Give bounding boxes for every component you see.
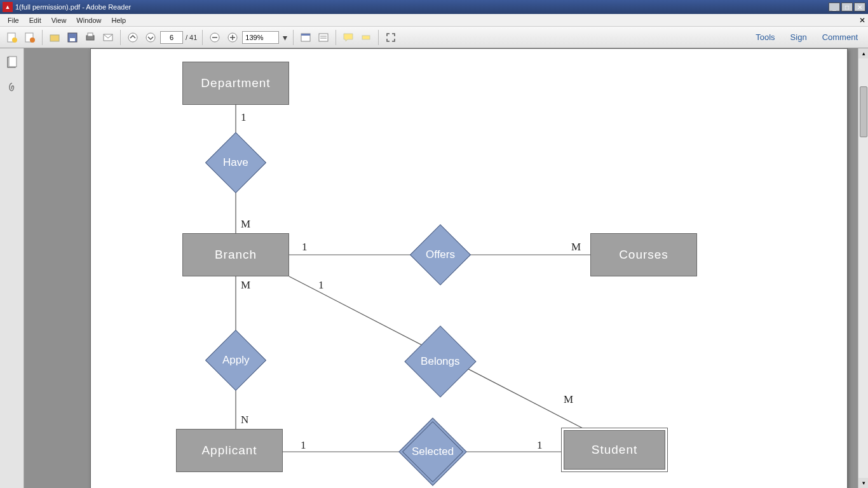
- zoom-dropdown-icon[interactable]: ▾: [280, 29, 289, 46]
- cardinality: 1: [302, 241, 308, 254]
- svg-point-1: [12, 37, 17, 43]
- separator: [378, 30, 379, 45]
- svg-rect-18: [301, 34, 310, 36]
- export-pdf-icon[interactable]: [4, 29, 20, 46]
- entity-student: Student: [561, 428, 668, 472]
- menu-view[interactable]: View: [46, 15, 72, 25]
- entity-courses: Courses: [590, 233, 697, 276]
- separator: [202, 30, 203, 45]
- content-area: Department Branch Courses Applicant Stud…: [0, 48, 868, 488]
- cardinality: 1: [241, 111, 247, 124]
- zoom-input[interactable]: [242, 31, 279, 44]
- fullscreen-icon[interactable]: [383, 29, 399, 46]
- page-total-label: / 41: [184, 34, 198, 41]
- title-bar: ▲ 1(full permission).pdf - Adobe Reader …: [0, 0, 868, 14]
- scroll-down-icon[interactable]: ▾: [858, 478, 868, 488]
- svg-rect-25: [9, 57, 17, 67]
- relation-offers: Offers: [410, 224, 471, 285]
- cardinality: M: [241, 218, 250, 231]
- cardinality: M: [571, 241, 581, 254]
- relation-have: Have: [205, 132, 266, 193]
- er-diagram: Department Branch Courses Applicant Stud…: [91, 49, 847, 488]
- zoom-out-icon[interactable]: [207, 29, 223, 46]
- cardinality: M: [564, 393, 573, 406]
- relation-belongs: Belongs: [404, 325, 476, 397]
- attachments-icon[interactable]: [3, 79, 21, 97]
- separator: [293, 30, 294, 45]
- entity-department: Department: [182, 62, 289, 105]
- open-icon[interactable]: [46, 29, 63, 46]
- svg-rect-8: [88, 33, 93, 36]
- svg-rect-4: [50, 35, 59, 41]
- tool-1-icon[interactable]: [297, 29, 314, 46]
- relation-apply: Apply: [205, 330, 266, 391]
- page-number-input[interactable]: [160, 31, 183, 44]
- toolbar: / 41 ▾ Tools Sign Comment: [0, 27, 868, 48]
- print-icon[interactable]: [82, 29, 98, 46]
- separator: [42, 30, 43, 45]
- nav-sidebar: [0, 48, 24, 488]
- app-icon: ▲: [3, 2, 13, 12]
- svg-rect-6: [70, 38, 75, 41]
- entity-applicant: Applicant: [176, 429, 283, 472]
- cardinality: N: [241, 414, 248, 426]
- svg-point-3: [30, 37, 35, 43]
- maximize-button[interactable]: □: [841, 3, 853, 11]
- thumbnails-icon[interactable]: [3, 53, 21, 71]
- scroll-thumb[interactable]: [860, 86, 867, 137]
- minimize-button[interactable]: _: [829, 3, 840, 11]
- doc-close-button[interactable]: ✕: [859, 16, 865, 25]
- highlight-icon[interactable]: [358, 29, 374, 46]
- zoom-in-icon[interactable]: [224, 29, 241, 46]
- comment-link[interactable]: Comment: [816, 30, 864, 44]
- separator: [120, 30, 121, 45]
- document-viewer[interactable]: Department Branch Courses Applicant Stud…: [24, 48, 868, 488]
- page-up-icon[interactable]: [125, 29, 141, 46]
- window-controls: _ □ ✕: [829, 3, 865, 11]
- svg-rect-19: [319, 34, 328, 41]
- svg-point-10: [128, 33, 137, 42]
- menu-help[interactable]: Help: [106, 15, 131, 25]
- cardinality: 1: [301, 439, 306, 452]
- relation-selected: Selected: [398, 417, 466, 485]
- tool-2-icon[interactable]: [315, 29, 332, 46]
- vertical-scrollbar[interactable]: ▴ ▾: [858, 48, 868, 488]
- menu-edit[interactable]: Edit: [24, 15, 46, 25]
- cardinality: 1: [318, 279, 324, 292]
- entity-branch: Branch: [182, 233, 289, 276]
- toolbar-right: Tools Sign Comment: [749, 30, 864, 44]
- close-button[interactable]: ✕: [854, 3, 865, 11]
- svg-point-11: [146, 33, 155, 42]
- menu-window[interactable]: Window: [71, 15, 106, 25]
- save-icon[interactable]: [64, 29, 81, 46]
- tools-link[interactable]: Tools: [749, 30, 781, 44]
- create-pdf-icon[interactable]: [22, 29, 38, 46]
- email-icon[interactable]: [100, 29, 116, 46]
- sign-link[interactable]: Sign: [784, 30, 813, 44]
- scroll-up-icon[interactable]: ▴: [858, 48, 868, 58]
- pdf-page: Department Branch Courses Applicant Stud…: [90, 48, 848, 488]
- separator: [336, 30, 336, 45]
- menu-file[interactable]: File: [3, 15, 24, 25]
- cardinality: M: [241, 279, 250, 292]
- svg-rect-22: [362, 36, 370, 39]
- window-title: 1(full permission).pdf - Adobe Reader: [15, 3, 829, 11]
- menu-bar: File Edit View Window Help ✕: [0, 14, 868, 27]
- cardinality: 1: [537, 439, 543, 452]
- comment-icon[interactable]: [340, 29, 356, 46]
- page-down-icon[interactable]: [142, 29, 159, 46]
